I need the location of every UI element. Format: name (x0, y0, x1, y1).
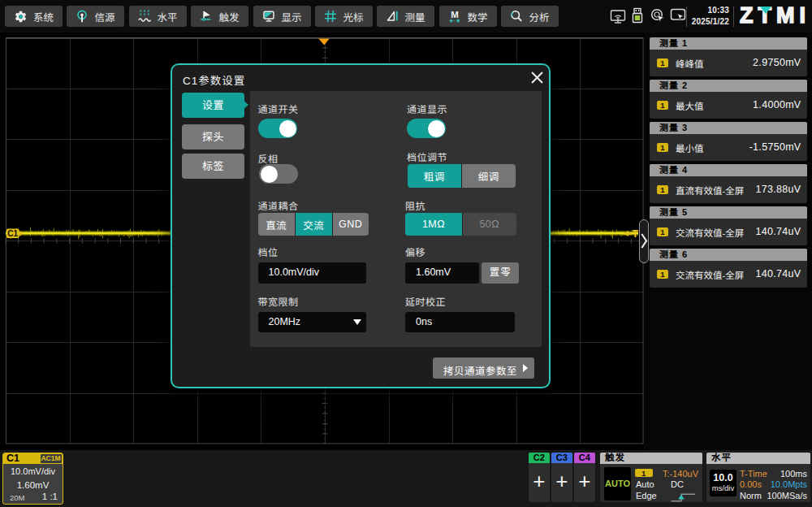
svg-text:T: T (633, 228, 639, 240)
svg-text:C1: C1 (7, 229, 18, 238)
svg-text:M: M (451, 10, 460, 20)
